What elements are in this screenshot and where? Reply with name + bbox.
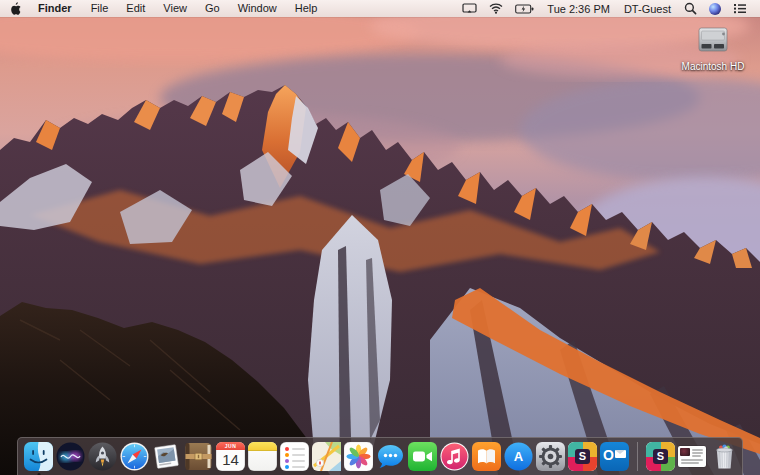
dock: JUN 14 bbox=[17, 437, 743, 475]
dock-item-outlook[interactable]: O bbox=[600, 442, 629, 471]
apple-logo-icon bbox=[10, 2, 22, 16]
dock-item-facetime[interactable] bbox=[408, 442, 437, 471]
menu-clock[interactable]: Tue 2:36 PM bbox=[540, 3, 617, 15]
dock-item-maps[interactable] bbox=[312, 442, 341, 471]
notification-center-icon[interactable] bbox=[727, 0, 753, 17]
dock-item-mail[interactable] bbox=[152, 442, 181, 471]
dock-item-contacts[interactable] bbox=[184, 442, 213, 471]
macos-desktop: Finder File Edit View Go Window Help bbox=[0, 0, 760, 475]
hard-drive-icon bbox=[695, 25, 731, 55]
menu-window[interactable]: Window bbox=[229, 0, 286, 17]
safari-icon bbox=[120, 442, 149, 471]
outlook-icon: O bbox=[600, 442, 629, 471]
desktop-icon-label: Macintosh HD bbox=[672, 61, 754, 72]
facetime-icon bbox=[408, 442, 437, 471]
menu-help[interactable]: Help bbox=[286, 0, 327, 17]
messages-icon bbox=[376, 442, 405, 471]
siri-icon bbox=[56, 442, 85, 471]
apple-menu[interactable] bbox=[7, 2, 28, 16]
user-menu[interactable]: DT-Guest bbox=[617, 3, 678, 15]
maps-icon bbox=[312, 442, 341, 471]
menu-file[interactable]: File bbox=[82, 0, 118, 17]
dock-item-launchpad[interactable] bbox=[88, 442, 117, 471]
mail-stamp-icon bbox=[152, 442, 181, 471]
dock-item-reminders[interactable] bbox=[280, 442, 309, 471]
launchpad-icon bbox=[88, 442, 117, 471]
display-mirroring-icon[interactable] bbox=[456, 0, 483, 17]
battery-icon[interactable] bbox=[509, 0, 540, 17]
itunes-icon bbox=[440, 442, 469, 471]
dock-item-itunes[interactable] bbox=[440, 442, 469, 471]
calendar-day: 14 bbox=[216, 450, 245, 470]
dock-item-messages[interactable] bbox=[376, 442, 405, 471]
document-file-icon bbox=[678, 446, 706, 467]
dock-item-ibooks[interactable] bbox=[472, 442, 501, 471]
ibooks-icon bbox=[472, 442, 501, 471]
menu-go[interactable]: Go bbox=[196, 0, 229, 17]
slack-file-icon: S bbox=[646, 442, 675, 471]
dock-item-app-store[interactable]: A bbox=[504, 442, 533, 471]
slack-file-letter: S bbox=[653, 449, 668, 464]
dock-item-safari[interactable] bbox=[120, 442, 149, 471]
dock-item-slack[interactable]: S bbox=[568, 442, 597, 471]
siri-menu-icon[interactable] bbox=[703, 0, 727, 17]
spotlight-icon[interactable] bbox=[678, 0, 703, 17]
dock-separator bbox=[637, 442, 638, 471]
calendar-month: JUN bbox=[216, 442, 245, 450]
menu-edit[interactable]: Edit bbox=[117, 0, 154, 17]
desktop-icon-macintosh-hd[interactable]: Macintosh HD bbox=[672, 25, 754, 72]
outlook-letter: O bbox=[603, 447, 614, 463]
dock-item-slack-file[interactable]: S bbox=[646, 442, 675, 471]
slack-letter: S bbox=[575, 449, 590, 464]
slack-icon: S bbox=[568, 442, 597, 471]
contacts-icon bbox=[184, 442, 213, 471]
menu-view[interactable]: View bbox=[154, 0, 196, 17]
wallpaper-sierra-mountain bbox=[0, 0, 760, 475]
dock-item-siri[interactable] bbox=[56, 442, 85, 471]
dock-item-trash[interactable] bbox=[710, 442, 739, 471]
dock-item-document[interactable] bbox=[678, 442, 707, 471]
menu-finder[interactable]: Finder bbox=[28, 0, 82, 17]
notes-icon bbox=[248, 442, 277, 471]
reminders-icon bbox=[280, 442, 309, 471]
dock-item-calendar[interactable]: JUN 14 bbox=[216, 442, 245, 471]
dock-item-system-preferences[interactable] bbox=[536, 442, 565, 471]
app-store-letter: A bbox=[504, 442, 533, 471]
trash-full-icon bbox=[710, 442, 739, 471]
dock-item-notes[interactable] bbox=[248, 442, 277, 471]
wifi-icon[interactable] bbox=[483, 0, 509, 17]
finder-icon bbox=[24, 442, 53, 471]
dock-item-photos[interactable] bbox=[344, 442, 373, 471]
calendar-icon: JUN 14 bbox=[216, 442, 245, 471]
photos-icon bbox=[344, 442, 373, 471]
menu-bar: Finder File Edit View Go Window Help bbox=[0, 0, 760, 17]
dock-item-finder[interactable] bbox=[24, 442, 53, 471]
envelope-glyph bbox=[615, 450, 626, 458]
system-preferences-icon bbox=[536, 442, 565, 471]
